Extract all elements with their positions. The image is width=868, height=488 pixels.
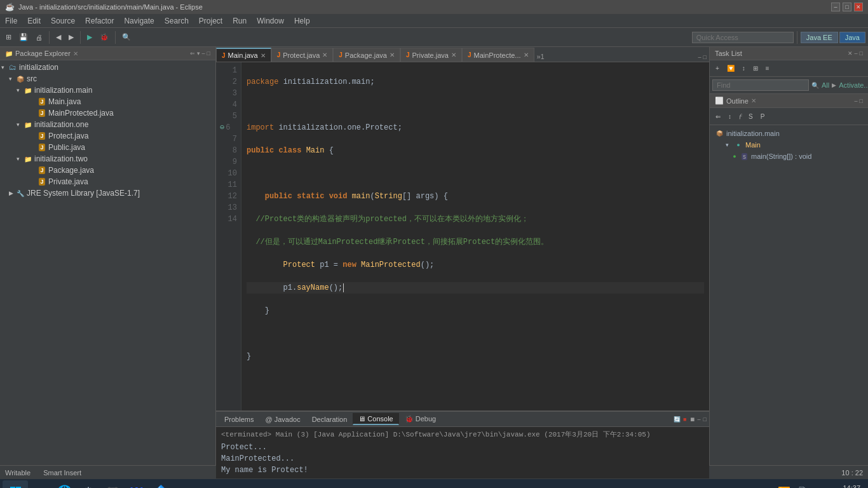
task-group-btn[interactable]: ⊞ — [750, 63, 761, 74]
tree-item-main-java[interactable]: ▾ J Main.java — [0, 96, 215, 107]
tab-package-java[interactable]: J Package.java ✕ — [333, 48, 400, 62]
tab-icon-mainprotected: J — [468, 51, 471, 58]
taskbar-chrome[interactable]: ⚙ — [76, 480, 100, 488]
taskbar-ie[interactable]: 🔷 — [149, 480, 173, 488]
tab-javadoc[interactable]: @ Javadoc — [259, 414, 306, 425]
outline-hide-fields-btn[interactable]: 𝓯 — [736, 111, 744, 122]
menu-project[interactable]: Project — [194, 15, 227, 27]
tree-item-init-one[interactable]: ▾ 📁 initialization.one — [0, 119, 215, 130]
console-stop-icon[interactable]: ■ — [683, 416, 686, 423]
toolbar-print[interactable]: 🖨 — [32, 32, 46, 43]
tab-close-main[interactable]: ✕ — [261, 52, 266, 59]
menu-source[interactable]: Source — [46, 15, 80, 27]
tree-item-init-two[interactable]: ▾ 📁 initialization.two — [0, 153, 215, 165]
tab-close-private[interactable]: ✕ — [451, 51, 456, 58]
menu-refactor[interactable]: Refactor — [80, 15, 119, 27]
maximize-button[interactable]: □ — [843, 3, 851, 11]
tab-close-package[interactable]: ✕ — [390, 51, 395, 58]
tree-item-package-java[interactable]: ▾ J Package.java — [0, 165, 215, 176]
close-button[interactable]: ✕ — [854, 3, 863, 11]
tab-protect-java[interactable]: J Protect.java ✕ — [271, 48, 334, 62]
menu-file[interactable]: File — [0, 15, 22, 27]
toolbar-save[interactable]: 💾 — [16, 31, 31, 43]
console-min-icon[interactable]: – — [698, 416, 701, 423]
taskbar-explorer[interactable]: 🗂 — [28, 480, 52, 488]
tree-item-src[interactable]: ▾ 📦 src — [0, 73, 215, 85]
task-filter-btn[interactable]: 🔽 — [724, 63, 738, 74]
pe-min-icon[interactable]: – — [202, 50, 205, 57]
toolbar-run[interactable]: ▶ — [84, 31, 95, 43]
toolbar-back[interactable]: ◀ — [53, 31, 64, 43]
task-max-icon[interactable]: □ — [860, 50, 863, 57]
menu-run[interactable]: Run — [227, 15, 252, 27]
tab-main-java[interactable]: J Main.java ✕ — [216, 48, 271, 62]
outline-hide-static-btn[interactable]: S — [745, 111, 756, 122]
tree-item-jre[interactable]: ▶ 🔧 JRE System Library [JavaSE-1.7] — [0, 187, 215, 199]
tab-console[interactable]: 🖥 Console — [353, 413, 398, 425]
outline-collapse-btn[interactable]: ⇐ — [712, 111, 724, 122]
outline-min-icon[interactable]: – — [855, 98, 858, 104]
perspective-java[interactable]: Java — [839, 32, 865, 43]
menu-help[interactable]: Help — [289, 15, 315, 27]
find-input[interactable] — [712, 79, 809, 91]
tab-debug[interactable]: 🐞 Debug — [399, 413, 442, 425]
pe-close-icon[interactable]: ✕ — [73, 50, 78, 57]
tree-item-protect-java[interactable]: ▾ J Protect.java — [0, 130, 215, 142]
toolbar-search[interactable]: 🔍 — [119, 31, 134, 43]
pe-collapse-icon[interactable]: ⇐ — [190, 50, 195, 57]
outline-hide-nonpublic-btn[interactable]: P — [757, 111, 768, 122]
quick-access-input[interactable] — [692, 32, 794, 43]
outline-item-main-class[interactable]: ▾ ● Main — [712, 139, 865, 151]
code-content[interactable]: package initialization.main; import init… — [241, 62, 709, 410]
toolbar-new[interactable]: ⊞ — [3, 31, 15, 43]
code-editor[interactable]: 1 2 3 4 5 ⊖6 7 8 9 10 11 12 13 14 packag… — [216, 62, 709, 410]
editor-min-icon[interactable]: – — [698, 54, 702, 60]
outline-item-package[interactable]: 📦 initialization.main — [712, 128, 865, 139]
find-all-label[interactable]: All — [822, 81, 829, 89]
menu-search[interactable]: Search — [159, 15, 194, 27]
tree-item-mainprotected-java[interactable]: ▾ J MainProtected.java — [0, 107, 215, 119]
task-new-btn[interactable]: + — [712, 63, 722, 74]
taskbar-word[interactable]: W — [125, 480, 149, 488]
menu-navigate[interactable]: Navigate — [119, 15, 159, 27]
outline-close-icon[interactable]: ✕ — [751, 97, 756, 104]
tab-close-mainprotected[interactable]: ✕ — [524, 51, 529, 58]
tab-private-java[interactable]: J Private.java ✕ — [400, 48, 462, 62]
task-sort-btn[interactable]: ↕ — [739, 63, 749, 74]
task-columns-btn[interactable]: ≡ — [763, 63, 773, 74]
bottom-tab-controls: 🔄 ■ ⏹ – □ — [674, 416, 707, 423]
toolbar-debug[interactable]: 🐞 — [97, 31, 112, 43]
outline-item-main-method[interactable]: ● s main(String[]) : void — [712, 151, 865, 162]
tab-close-protect[interactable]: ✕ — [322, 51, 327, 58]
task-close-icon[interactable]: ✕ — [848, 50, 853, 57]
console-max-icon[interactable]: □ — [703, 416, 707, 423]
taskbar-browser[interactable]: 🌐 — [52, 480, 76, 488]
menu-window[interactable]: Window — [252, 15, 289, 27]
tree-item-initialization[interactable]: ▾ 🗂 initialization — [0, 62, 215, 73]
taskbar-game[interactable]: 🎮 — [100, 480, 125, 488]
editor-max-icon[interactable]: □ — [703, 54, 707, 60]
expand-arrow-init-one: ▾ — [17, 121, 22, 128]
tab-mainprotected-java[interactable]: J MainProtecte... ✕ — [462, 48, 534, 62]
tab-problems[interactable]: Problems — [219, 414, 259, 425]
toolbar-forward[interactable]: ▶ — [65, 31, 77, 43]
pe-max-icon[interactable]: □ — [207, 50, 210, 57]
console-terminate-icon[interactable]: ⏹ — [689, 416, 695, 423]
pe-menu-icon[interactable]: ▾ — [197, 50, 200, 57]
console-clear-icon[interactable]: 🔄 — [674, 416, 681, 423]
perspective-javaee[interactable]: Java EE — [801, 32, 838, 43]
tree-item-public-java[interactable]: ▾ J Public.java — [0, 142, 215, 153]
clock[interactable]: 14:37 2017/3/20 — [829, 484, 860, 488]
task-min-icon[interactable]: – — [855, 50, 858, 57]
editor-tabs-overflow[interactable]: »1 — [534, 51, 547, 62]
outline-max-icon[interactable]: □ — [860, 98, 863, 104]
find-activate-label[interactable]: Activate... — [839, 81, 868, 89]
menu-edit[interactable]: Edit — [22, 15, 46, 27]
find-search-icon[interactable]: 🔍 — [811, 82, 819, 89]
minimize-button[interactable]: – — [831, 3, 840, 11]
tab-declaration[interactable]: Declaration — [306, 414, 353, 425]
tree-item-init-main[interactable]: ▾ 📁 initialization.main — [0, 85, 215, 96]
tree-item-private-java[interactable]: ▾ J Private.java — [0, 176, 215, 187]
start-button[interactable] — [3, 480, 28, 488]
outline-sort-btn[interactable]: ↕ — [725, 111, 735, 122]
